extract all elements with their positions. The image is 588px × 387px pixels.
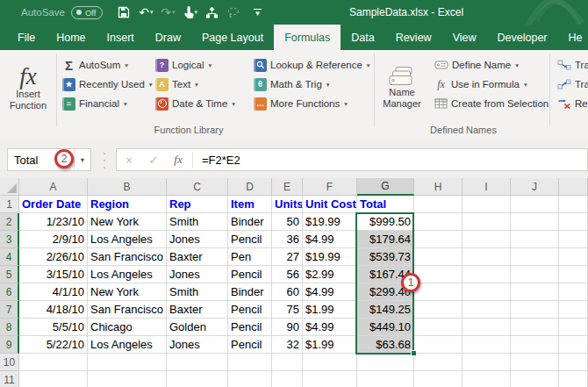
column-header-A[interactable]: A: [19, 178, 88, 196]
cell-A5[interactable]: 3/15/10: [19, 266, 88, 283]
cell-J10[interactable]: [511, 354, 559, 371]
column-header-G[interactable]: G: [357, 178, 414, 196]
cell-E8[interactable]: 90: [272, 319, 303, 336]
cell-G11[interactable]: [357, 371, 414, 387]
cell-x7[interactable]: [559, 301, 588, 319]
formula-bar-gripper[interactable]: [104, 153, 105, 168]
row-header-6[interactable]: 6: [0, 283, 19, 301]
cell-C11[interactable]: [167, 371, 228, 387]
column-header-B[interactable]: B: [88, 178, 167, 196]
cell-A6[interactable]: 4/1/10: [19, 283, 88, 301]
column-header-H[interactable]: H: [414, 178, 463, 196]
cell-G3[interactable]: $179.64: [357, 231, 414, 248]
cell-E7[interactable]: 75: [272, 301, 303, 319]
cell-x3[interactable]: [559, 231, 588, 248]
cell-I10[interactable]: [463, 354, 511, 371]
cell-H11[interactable]: [414, 371, 463, 387]
ribbon-button-autosum[interactable]: ΣAutoSum▾: [60, 55, 155, 75]
cell-x9[interactable]: [559, 336, 588, 354]
column-header-partial[interactable]: [559, 178, 588, 196]
cell-I1[interactable]: [463, 196, 511, 213]
cell-G1[interactable]: Total: [357, 196, 414, 213]
cell-x6[interactable]: [559, 283, 588, 301]
cell-B5[interactable]: Los Angeles: [88, 266, 167, 283]
cell-H9[interactable]: [414, 336, 463, 354]
insert-function-icon[interactable]: fx: [166, 153, 190, 167]
cell-J1[interactable]: [511, 196, 559, 213]
lasso-icon[interactable]: [223, 2, 244, 23]
ribbon-button-math-trig[interactable]: θMath & Trig▾: [251, 75, 373, 94]
ribbon-button-rem[interactable]: Rem: [555, 94, 588, 113]
cell-B3[interactable]: Los Angeles: [88, 231, 167, 248]
tab-file[interactable]: File: [7, 25, 46, 50]
cell-F11[interactable]: [303, 371, 357, 387]
tab-formulas[interactable]: Formulas: [274, 25, 341, 50]
cell-I5[interactable]: [463, 266, 511, 283]
cell-H4[interactable]: [414, 248, 463, 266]
cell-G2[interactable]: $999.50: [357, 213, 414, 231]
insert-function-button[interactable]: fx Insert Function: [4, 54, 53, 122]
name-box-dropdown[interactable]: ▾: [74, 149, 90, 170]
row-header-7[interactable]: 7: [0, 301, 19, 319]
row-header-9[interactable]: 9: [0, 336, 19, 354]
cell-B1[interactable]: Region: [88, 196, 167, 213]
cell-H10[interactable]: [414, 354, 463, 371]
cell-E11[interactable]: [272, 371, 303, 387]
ribbon-button-trac[interactable]: Trac: [555, 75, 588, 94]
hierarchy-icon[interactable]: [201, 2, 222, 23]
cell-J6[interactable]: [511, 283, 559, 301]
cell-C5[interactable]: Jones: [167, 266, 228, 283]
cell-F1[interactable]: Unit Cost: [303, 196, 357, 213]
cell-B4[interactable]: San Francisco: [88, 248, 167, 266]
cell-D7[interactable]: Pencil: [228, 301, 272, 319]
cell-H6[interactable]: [414, 283, 463, 301]
ribbon-button-use-in-formula[interactable]: fxUse in Formula▾: [432, 75, 551, 94]
cell-x10[interactable]: [559, 354, 588, 371]
cell-C7[interactable]: Baxter: [167, 301, 228, 319]
row-header-3[interactable]: 3: [0, 231, 19, 248]
cell-J4[interactable]: [511, 248, 559, 266]
row-header-10[interactable]: 10: [0, 354, 19, 371]
cell-x1[interactable]: [559, 196, 588, 213]
cell-G8[interactable]: $449.10: [357, 319, 414, 336]
tab-developer[interactable]: Developer: [487, 25, 558, 50]
column-header-E[interactable]: E: [272, 178, 303, 196]
formula-bar[interactable]: × ✓ fx =F2*E2: [116, 148, 588, 171]
name-manager-button[interactable]: Name Manager: [376, 54, 427, 122]
cell-F10[interactable]: [303, 354, 357, 371]
save-icon[interactable]: [113, 2, 134, 23]
cell-D8[interactable]: Pencil: [228, 319, 272, 336]
cell-D9[interactable]: Pencil: [228, 336, 272, 354]
ribbon-button-trac[interactable]: Trac: [555, 55, 588, 75]
cell-A8[interactable]: 5/5/10: [19, 319, 88, 336]
row-header-4[interactable]: 4: [0, 248, 19, 266]
cell-B6[interactable]: New York: [88, 283, 167, 301]
autosave-toggle[interactable]: Off: [71, 6, 104, 19]
cell-F5[interactable]: $2.99: [303, 266, 357, 283]
cell-A3[interactable]: 2/9/10: [19, 231, 88, 248]
cell-x8[interactable]: [559, 319, 588, 336]
ribbon-button-more-functions[interactable]: …More Functions▾: [251, 94, 373, 113]
cell-J7[interactable]: [511, 301, 559, 319]
ribbon-button-text[interactable]: AText▾: [153, 75, 238, 94]
tab-home[interactable]: Home: [46, 25, 96, 50]
cell-D1[interactable]: Item: [228, 196, 272, 213]
cell-A10[interactable]: [19, 354, 88, 371]
ribbon-button-logical[interactable]: ?Logical▾: [153, 55, 238, 75]
cell-E10[interactable]: [272, 354, 303, 371]
cell-F7[interactable]: $1.99: [303, 301, 357, 319]
cell-C1[interactable]: Rep: [167, 196, 228, 213]
cell-x2[interactable]: [559, 213, 588, 231]
cell-D11[interactable]: [228, 371, 272, 387]
tab-view[interactable]: View: [442, 25, 487, 50]
cell-J5[interactable]: [511, 266, 559, 283]
cell-H5[interactable]: [414, 266, 463, 283]
cell-G4[interactable]: $539.73: [357, 248, 414, 266]
name-box[interactable]: Total ▾: [7, 148, 91, 171]
cell-J11[interactable]: [511, 371, 559, 387]
cell-C2[interactable]: Smith: [167, 213, 228, 231]
tab-data[interactable]: Data: [341, 25, 384, 50]
touch-mode-icon[interactable]: ▾: [179, 2, 200, 23]
cell-B10[interactable]: [88, 354, 167, 371]
cell-I11[interactable]: [463, 371, 511, 387]
